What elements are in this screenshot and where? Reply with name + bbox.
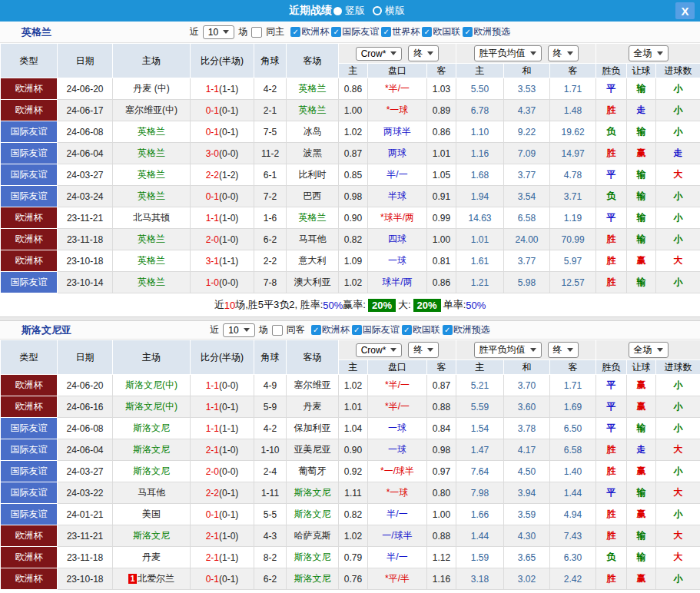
same-venue-checkbox[interactable]	[272, 325, 283, 336]
final-select-b[interactable]: 终	[548, 342, 579, 358]
red-card-badge: 1	[128, 574, 137, 584]
corner-score: 6-2	[254, 568, 287, 590]
home-team: 北马其顿	[113, 207, 191, 229]
col-handicap: 盘口	[368, 64, 427, 78]
col-odds-home: 主	[339, 360, 368, 375]
horizontal-layout-radio[interactable]	[373, 6, 382, 15]
home-team: 英格兰	[113, 272, 191, 293]
result-cell: 平	[596, 418, 627, 439]
handicap-odds-home: 1.11	[339, 482, 368, 504]
col-score: 比分(半场)	[191, 340, 254, 375]
handicap-result-cell: 走	[627, 100, 656, 121]
result-cell: 胜	[596, 439, 627, 461]
avg-lose: 1.71	[550, 375, 596, 396]
league-label: 欧洲杯	[322, 323, 350, 336]
table-row: 国际友谊24-03-27英格兰2-2(1-2)6-1比利时0.85半/一1.05…	[1, 164, 700, 186]
league-checkbox[interactable]: ✓	[352, 325, 362, 335]
home-team: 丹麦	[113, 547, 191, 568]
league-filter[interactable]: ✓欧洲预选	[463, 25, 510, 38]
same-venue-label: 同客	[287, 323, 305, 336]
avg-draw: 3.94	[504, 482, 550, 504]
bookmaker-select[interactable]: Crow*	[356, 47, 403, 61]
near-label: 近	[210, 323, 219, 336]
league-checkbox[interactable]: ✓	[422, 27, 432, 37]
league-checkbox[interactable]: ✓	[402, 325, 412, 335]
handicap-result-cell: 赢	[627, 396, 656, 418]
league-filter[interactable]: ✓欧洲预选	[443, 323, 490, 336]
league-checkbox[interactable]: ✓	[311, 325, 321, 335]
vertical-layout-label[interactable]: 竖版	[345, 4, 365, 18]
home-team: 斯洛文尼	[113, 439, 191, 461]
same-venue-checkbox[interactable]	[251, 27, 262, 38]
handicap-result-cell: 输	[627, 78, 656, 100]
home-team: 英格兰	[113, 186, 191, 207]
result-cell: 平	[596, 164, 627, 186]
match-date: 23-10-18	[58, 250, 113, 272]
score-cell: 0-1(0-1)	[191, 121, 254, 143]
summary-segment: 50%	[323, 300, 343, 311]
avg-draw: 3.70	[504, 375, 550, 396]
col-handicap-result: 让球	[627, 64, 656, 78]
away-team: 英格兰	[287, 207, 339, 229]
league-label: 欧国联	[433, 25, 460, 38]
bookmaker-select[interactable]: Crow*	[356, 343, 403, 357]
summary-segment: 近	[214, 298, 224, 312]
handicap-odds-away: 1.00	[427, 504, 456, 525]
handicap-result-cell: 输	[627, 547, 656, 568]
summary-segment: 单率:	[443, 298, 466, 312]
league-filter[interactable]: ✓国际友谊	[331, 25, 379, 38]
avg-win: 7.64	[456, 461, 504, 482]
table-row: 欧洲杯23-10-181北爱尔兰0-1(0-1)6-2斯洛文尼0.76*平/半1…	[1, 568, 700, 590]
avg-lose: 1.69	[550, 396, 596, 418]
vertical-layout-radio[interactable]	[333, 7, 342, 15]
league-checkbox[interactable]: ✓	[290, 27, 300, 37]
handicap-odds-home: 0.92	[339, 461, 368, 482]
table-row: 欧洲杯23-11-18英格兰2-0(1-0)6-2马耳他0.82四球1.001.…	[1, 229, 700, 250]
league-filter[interactable]: ✓欧国联	[402, 323, 440, 336]
corner-score: 8-2	[254, 547, 287, 568]
avg-odds-select[interactable]: 胜平负均值	[474, 45, 542, 61]
league-checkbox[interactable]: ✓	[463, 27, 473, 37]
final-select-a[interactable]: 终	[408, 45, 439, 61]
col-away: 客场	[287, 44, 339, 78]
score-cell: 0-1(0-1)	[191, 568, 254, 590]
score-cell: 1-1(1-1)	[191, 78, 254, 100]
handicap-odds-away: 0.89	[427, 100, 456, 121]
away-team: 斯洛文尼	[287, 482, 339, 504]
league-checkbox[interactable]: ✓	[381, 27, 391, 37]
avg-odds-select[interactable]: 胜平负均值	[474, 342, 542, 358]
league-checkbox[interactable]: ✓	[331, 27, 341, 37]
handicap-line: 半球	[368, 186, 427, 207]
goals-cell: 大	[656, 164, 700, 186]
table-row: 国际友谊24-06-04英格兰3-0(0-0)11-2波黑0.87两球1.011…	[1, 143, 700, 164]
chevron-down-icon	[530, 51, 536, 55]
home-team: 英格兰	[113, 143, 191, 164]
handicap-line: 两球	[368, 143, 427, 164]
scope-select[interactable]: 全场	[629, 342, 668, 358]
away-team: 巴西	[287, 186, 339, 207]
close-icon[interactable]: X	[675, 2, 695, 19]
avg-lose: 6.58	[550, 439, 596, 461]
avg-draw: 3.54	[504, 186, 550, 207]
recent-count-select[interactable]: 10	[223, 323, 254, 337]
league-filter[interactable]: ✓世界杯	[381, 25, 420, 38]
table-row: 国际友谊24-06-04斯洛文尼2-1(1-0)1-10亚美尼亚0.90一球0.…	[1, 439, 700, 461]
match-date: 24-03-27	[58, 461, 113, 482]
league-filter[interactable]: ✓欧洲杯	[290, 25, 329, 38]
league-checkbox[interactable]: ✓	[443, 325, 453, 335]
league-filter[interactable]: ✓国际友谊	[352, 323, 400, 336]
recent-count-select[interactable]: 10	[203, 25, 234, 39]
league-filter[interactable]: ✓欧国联	[422, 25, 460, 38]
handicap-group-header: Crow* 终	[339, 44, 456, 64]
final-select-b[interactable]: 终	[548, 45, 579, 61]
goals-cell: 小	[656, 375, 700, 396]
away-team: 斯洛文尼	[287, 568, 339, 590]
away-team: 英格兰	[287, 78, 339, 100]
result-cell: 平	[596, 207, 627, 229]
final-select-a[interactable]: 终	[408, 342, 439, 358]
scope-select[interactable]: 全场	[629, 45, 668, 61]
league-filter[interactable]: ✓欧洲杯	[311, 323, 350, 336]
handicap-odds-home: 0.87	[339, 143, 368, 164]
horizontal-layout-label[interactable]: 横版	[385, 4, 405, 18]
corner-score: 1-10	[254, 439, 287, 461]
